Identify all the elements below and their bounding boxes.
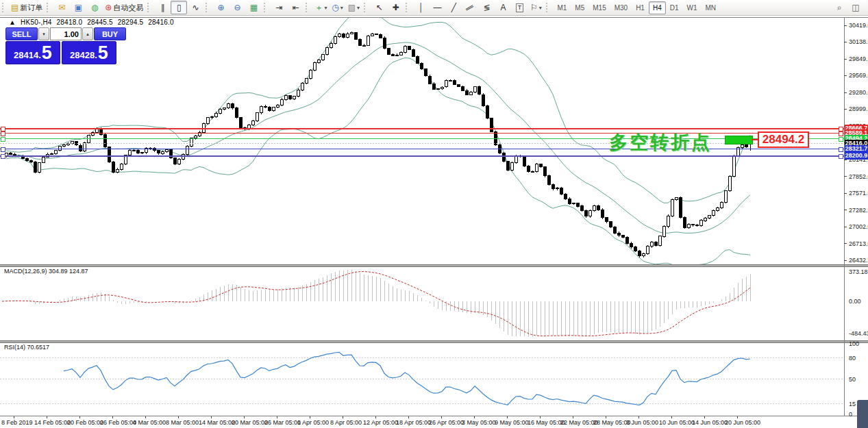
- spinner-down-icon: ▾: [42, 32, 45, 37]
- dropdown-caret-icon[interactable]: ▾: [340, 5, 343, 11]
- timeframe-d1[interactable]: D1: [666, 1, 683, 14]
- time-label: 8 Apr 05:00: [330, 419, 362, 426]
- time-tick: [244, 416, 245, 418]
- line-handle[interactable]: [839, 131, 843, 136]
- chart-shift-icon[interactable]: ⇤: [287, 1, 303, 14]
- timeframe-m5[interactable]: M5: [571, 1, 588, 14]
- time-tick: [441, 416, 442, 418]
- arrows-button[interactable]: ⚐▾: [528, 1, 544, 14]
- crosshair-icon: ✚: [392, 1, 399, 14]
- search-icon[interactable]: ⌕: [831, 1, 847, 14]
- annotation-green-bar[interactable]: [725, 136, 753, 144]
- time-label: 16 May 05:00: [528, 419, 565, 426]
- annotation-price-box[interactable]: 28494.2: [758, 131, 809, 148]
- macd-histogram: [2, 270, 750, 337]
- line-handle[interactable]: [1, 131, 5, 136]
- timeframe-toolbar: M1M5M15M30H1H4D1W1MN: [544, 0, 720, 15]
- volume-input[interactable]: [50, 27, 82, 40]
- line-handle[interactable]: [839, 147, 843, 152]
- one-click-trade-panel: SELL ▾ ▴ BUY 28414. 5 28428. 5: [5, 27, 116, 64]
- toolbar-left: ▤新订单✉▣◍⊛自动交易∥▯∿⊕⊖▦⇥⇤＋▾◷▾▧▾↖✚│―╱∥≶AT⚐▾: [0, 0, 544, 15]
- time-label: 3 May 05:00: [462, 419, 496, 426]
- channel-icon: ∥: [468, 1, 472, 14]
- price-tick-label: 27571.5: [849, 190, 868, 197]
- autotrade-button: ⊛: [105, 1, 112, 14]
- axis-tick: [844, 227, 847, 227]
- auto-scroll-icon[interactable]: ⇥: [271, 1, 287, 14]
- buy-price[interactable]: 28428. 5: [62, 41, 116, 64]
- buy-button[interactable]: BUY: [94, 27, 126, 40]
- annotation-text[interactable]: 多空转折点: [609, 130, 712, 155]
- timeframe-m1[interactable]: M1: [553, 1, 571, 14]
- line-handle[interactable]: [839, 137, 843, 142]
- tile-windows-icon: ▦: [250, 1, 258, 14]
- timeframe-mn[interactable]: MN: [702, 1, 721, 14]
- history-icon[interactable]: ✉: [53, 1, 70, 14]
- time-label: 14 Feb 05:00: [34, 419, 71, 426]
- line-handle[interactable]: [1, 137, 5, 142]
- time-tick: [704, 416, 705, 418]
- market-watch-icon: ▣: [75, 1, 82, 14]
- axis-tick: [844, 92, 847, 93]
- line-handle[interactable]: [839, 154, 843, 159]
- time-label: 20 Jun 05:00: [725, 419, 760, 426]
- new-order-button[interactable]: ▤新订单: [9, 1, 45, 14]
- indicators-button[interactable]: ＋▾: [312, 1, 329, 14]
- sell-price-pip: 5: [42, 44, 52, 62]
- crosshair-icon[interactable]: ✚: [387, 1, 404, 14]
- autotrade-button[interactable]: ⊛自动交易: [103, 1, 145, 14]
- toolbar-grip: [364, 3, 368, 12]
- rsi-splitter[interactable]: [0, 340, 868, 343]
- macd-splitter[interactable]: [0, 264, 868, 267]
- toolbar-right: ⌕◫: [831, 0, 868, 15]
- line-handle[interactable]: [1, 147, 5, 152]
- timeframe-m30[interactable]: M30: [610, 1, 632, 14]
- zoom-in-icon[interactable]: ⊕: [212, 1, 229, 14]
- horizontal-line-icon[interactable]: ―: [429, 1, 445, 14]
- label-icon[interactable]: T: [511, 1, 528, 14]
- price-tick-label: 29280.0: [849, 89, 868, 96]
- timeframe-h1[interactable]: H1: [632, 1, 649, 14]
- dropdown-caret-icon[interactable]: ▾: [357, 5, 360, 11]
- price-tick-label: 27852.0: [849, 173, 868, 180]
- time-tick: [112, 416, 113, 418]
- buy-price-main: 28428.: [70, 49, 97, 62]
- axis-tick: [844, 25, 847, 26]
- periods-button[interactable]: ◷▾: [329, 1, 345, 14]
- vertical-line-icon[interactable]: │: [412, 1, 429, 14]
- volume-up-button[interactable]: ▴: [82, 27, 93, 40]
- sell-button[interactable]: SELL: [5, 27, 38, 40]
- symbol-name: HK50-,H4: [21, 18, 52, 26]
- templates-button[interactable]: ▧▾: [345, 1, 362, 14]
- time-tick: [211, 416, 212, 418]
- dropdown-caret-icon[interactable]: ▾: [539, 5, 542, 11]
- line-chart-icon[interactable]: ∿: [187, 1, 203, 14]
- collapse-triangle-icon[interactable]: ▲: [9, 18, 16, 26]
- axis-tick: [844, 193, 847, 194]
- dropdown-caret-icon[interactable]: ▾: [324, 5, 327, 11]
- sell-price[interactable]: 28414. 5: [5, 41, 60, 64]
- spinner-up-icon: ▴: [86, 32, 89, 37]
- timeframe-h4[interactable]: H4: [649, 1, 666, 14]
- timeframe-w1[interactable]: W1: [683, 1, 702, 14]
- text-icon[interactable]: A: [495, 1, 511, 14]
- chart-canvas: [0, 0, 868, 428]
- candlestick-chart-icon[interactable]: ▯: [171, 1, 187, 14]
- tile-windows-icon[interactable]: ▦: [245, 1, 262, 14]
- channel-icon[interactable]: ∥: [462, 1, 478, 14]
- bar-chart-icon[interactable]: ∥: [154, 1, 171, 14]
- zoom-out-icon[interactable]: ⊖: [229, 1, 245, 14]
- fibonacci-icon[interactable]: ≶: [478, 1, 495, 14]
- window-icon[interactable]: ◫: [847, 1, 864, 14]
- rsi-tick-label: 50: [849, 376, 868, 383]
- axis-tick: [844, 260, 847, 261]
- line-handle[interactable]: [1, 154, 5, 159]
- chart-shift-icon: ⇤: [292, 1, 299, 14]
- volume-down-button[interactable]: ▾: [38, 27, 49, 40]
- cursor-icon[interactable]: ↖: [371, 1, 387, 14]
- time-label: 22 May 05:00: [560, 419, 598, 426]
- trendline-icon[interactable]: ╱: [445, 1, 462, 14]
- market-watch-icon[interactable]: ▣: [70, 1, 86, 14]
- timeframe-m15[interactable]: M15: [588, 1, 610, 14]
- signal-icon[interactable]: ◍: [86, 1, 103, 14]
